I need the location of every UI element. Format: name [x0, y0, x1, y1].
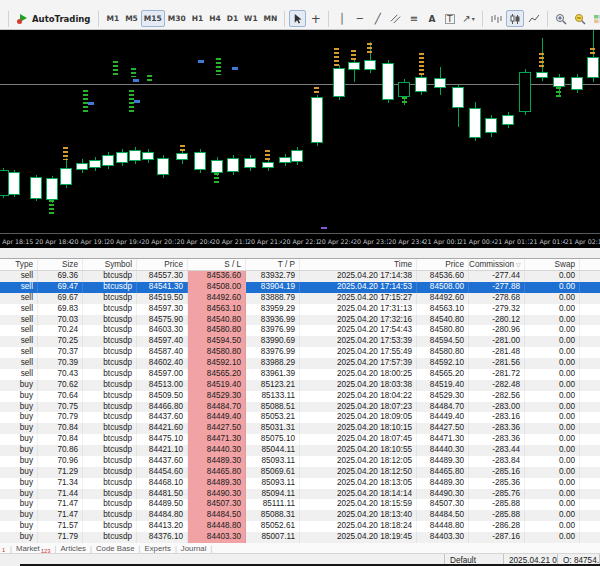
trade-marker — [232, 67, 238, 70]
toolbar-separator — [98, 11, 99, 27]
table-cell: 71.47 — [38, 510, 83, 521]
zoom-out-button[interactable] — [571, 10, 589, 27]
table-row[interactable]: buy70.84btcusdp84421.6084427.5085031.312… — [0, 423, 600, 434]
axis-label: 20 Apr 20:15 — [141, 234, 176, 248]
table-row[interactable]: sell69.36btcusdp84557.3084536.6083932.79… — [0, 271, 600, 282]
table-cell: -283.00 — [469, 402, 525, 413]
table-row[interactable]: buy71.44btcusdp84481.5084490.3085094.112… — [0, 489, 600, 500]
table-row[interactable]: buy71.47btcusdp84489.5084507.3085111.112… — [0, 499, 600, 510]
column-header-symbol[interactable]: Symbol — [83, 259, 137, 270]
candle — [60, 168, 72, 185]
table-row[interactable]: sell70.03btcusdp84575.9084540.8083936.99… — [0, 315, 600, 326]
table-cell: 0.00 — [525, 521, 580, 532]
tab-code-base[interactable]: Code Base — [96, 544, 135, 553]
channel-tool-button[interactable] — [387, 10, 404, 27]
crosshair-tool-button[interactable]: + — [307, 10, 324, 27]
column-header-price[interactable]: Price — [137, 259, 188, 270]
horizontal-line-tool-button[interactable]: ─ — [351, 10, 368, 27]
column-header-type[interactable]: Type — [0, 259, 38, 270]
price-chart[interactable]: Apr 18:1520 Apr 18:4520 Apr 19:1520 Apr … — [0, 30, 600, 248]
column-header-swap[interactable]: Swap — [525, 259, 580, 270]
candle — [157, 158, 169, 175]
timeframe-h1[interactable]: H1 — [189, 10, 207, 27]
chart-type-line-button[interactable] — [525, 10, 543, 27]
timeframe-mn[interactable]: MN — [261, 10, 281, 27]
tile-windows-button[interactable] — [590, 10, 600, 27]
table-row[interactable]: buy70.64btcusdp84509.5084529.3085133.112… — [0, 391, 600, 402]
table-row[interactable]: buy71.79btcusdp84376.1084403.3085007.112… — [0, 532, 600, 543]
table-row[interactable]: buy70.84btcusdp84475.1084471.3085075.102… — [0, 434, 600, 445]
tab-articles[interactable]: Articles — [60, 544, 86, 553]
timeframe-h4[interactable]: H4 — [206, 10, 224, 27]
table-row[interactable]: buy70.96btcusdp84437.6084489.3085093.112… — [0, 456, 600, 467]
tab-experts[interactable]: Experts — [144, 544, 170, 553]
trade-marker — [198, 60, 204, 63]
timeframe-m5[interactable]: M5 — [122, 10, 141, 27]
table-cell: buy — [0, 521, 38, 532]
column-header-time[interactable]: Time — [300, 259, 417, 270]
table-row[interactable]: sell70.25btcusdp84597.4084594.5083990.69… — [0, 336, 600, 347]
column-header-commission[interactable]: Commission▽ — [469, 259, 525, 270]
table-cell: 2025.04.20 17:54:43 — [300, 325, 417, 336]
cursor-tool-button[interactable] — [289, 10, 306, 27]
table-cell-filler — [580, 282, 600, 293]
table-cell: btcusdp — [83, 293, 137, 304]
candle — [553, 77, 565, 87]
autotrading-button[interactable]: AutoTrading — [13, 10, 94, 28]
table-cell: btcusdp — [83, 325, 137, 336]
table-row[interactable]: sell70.24btcusdp84603.3084580.8083976.99… — [0, 325, 600, 336]
table-cell: btcusdp — [83, 434, 137, 445]
label-tool-button[interactable]: T — [441, 10, 458, 27]
table-row[interactable]: sell70.37btcusdp84587.4084580.8083976.99… — [0, 347, 600, 358]
table-cell: 84575.90 — [137, 315, 188, 326]
zoom-in-button[interactable] — [552, 10, 570, 27]
candle — [279, 157, 291, 163]
trade-marker — [419, 53, 424, 75]
table-row[interactable]: sell69.83btcusdp84597.3084563.1083959.29… — [0, 304, 600, 315]
chart-type-candles-button[interactable] — [506, 10, 524, 27]
table-cell: 2025.04.20 17:57:39 — [300, 358, 417, 369]
trade-marker — [367, 43, 372, 55]
fibonacci-tool-button[interactable]: ≡ — [405, 10, 422, 27]
trendline-tool-button[interactable]: ╱ — [369, 10, 386, 27]
table-cell: btcusdp — [83, 304, 137, 315]
trade-marker — [321, 227, 327, 229]
column-header-tp[interactable]: T / P — [246, 259, 300, 270]
table-cell: sell — [0, 293, 38, 304]
candle — [116, 152, 128, 163]
table-row[interactable]: buy71.29btcusdp84454.6084465.8085069.612… — [0, 467, 600, 478]
arrows-tool-button[interactable]: ↗▾ — [459, 10, 477, 27]
tab-market[interactable]: Market123 — [16, 544, 51, 553]
timeframe-m30[interactable]: M30 — [165, 10, 189, 27]
table-row[interactable]: buy71.57btcusdp84413.2084448.8085052.612… — [0, 521, 600, 532]
table-row[interactable]: buy70.62btcusdp84513.0084519.4085123.212… — [0, 380, 600, 391]
table-row[interactable]: buy71.47btcusdp84484.8084484.5085088.312… — [0, 510, 600, 521]
table-row[interactable]: sell70.43btcusdp84597.0084565.2083961.39… — [0, 369, 600, 380]
column-header-sl[interactable]: S / L — [188, 259, 246, 270]
timeframe-d1[interactable]: D1 — [224, 10, 241, 27]
table-cell: 2025.04.20 18:15:59 — [300, 499, 417, 510]
table-row[interactable]: sell69.67btcusdp84519.5084492.6083888.79… — [0, 293, 600, 304]
table-cell: 84440.30 — [417, 445, 469, 456]
timeframe-m1[interactable]: M1 — [103, 10, 122, 27]
table-row[interactable]: buy70.79btcusdp84437.6084449.4085053.212… — [0, 412, 600, 423]
table-row[interactable]: sell70.39btcusdp84602.4084592.1083988.29… — [0, 358, 600, 369]
table-cell: btcusdp — [83, 423, 137, 434]
text-tool-button[interactable]: A — [423, 10, 440, 27]
table-cell: 2025.04.20 18:07:23 — [300, 402, 417, 413]
chart-type-bars-button[interactable] — [487, 10, 505, 27]
table-cell: 0.00 — [525, 347, 580, 358]
vertical-line-tool-button[interactable]: │ — [333, 10, 350, 27]
table-row[interactable]: buy70.86btcusdp84421.1084440.3085044.112… — [0, 445, 600, 456]
table-cell: sell — [0, 369, 38, 380]
table-row[interactable]: buy70.75btcusdp84466.8084484.7085088.512… — [0, 402, 600, 413]
table-cell: 85088.31 — [246, 510, 300, 521]
timeframe-w1[interactable]: W1 — [241, 10, 261, 27]
timeframe-m15[interactable]: M15 — [141, 10, 165, 27]
column-header-price[interactable]: Price — [417, 259, 469, 270]
table-cell: 70.25 — [38, 336, 83, 347]
column-header-size[interactable]: Size — [38, 259, 83, 270]
table-row[interactable]: buy71.34btcusdp84468.1084489.3085093.112… — [0, 478, 600, 489]
table-row[interactable]: sell69.47btcusdp84541.3084508.0083904.19… — [0, 282, 600, 293]
tab-journal[interactable]: Journal — [181, 544, 207, 553]
